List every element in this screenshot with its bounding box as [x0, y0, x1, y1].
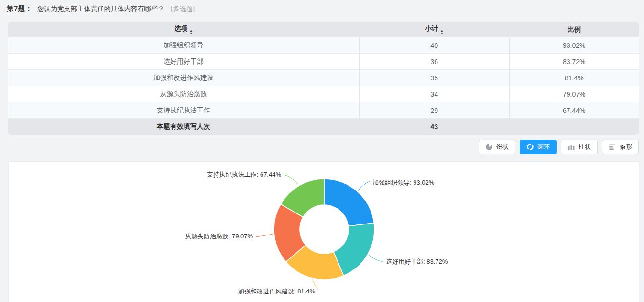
column-header-option[interactable]: 选项 [8, 22, 360, 37]
chart-panel: 加强组织领导: 93.02%选好用好干部: 83.72%加强和改进作风建设: 8… [8, 161, 639, 302]
ratio-cell: 79.07% [510, 86, 639, 102]
column-chart-icon [568, 143, 575, 151]
question-type-tag: [多选题] [171, 5, 195, 12]
donut-chart-icon [526, 143, 534, 151]
donut-chart-button[interactable]: 圆环 [520, 140, 557, 154]
pie-chart-button-label: 饼状 [496, 143, 509, 151]
label-leader-line [284, 175, 299, 185]
option-cell: 加强和改进作风建设 [8, 70, 360, 86]
column-header-ratio-label: 比例 [568, 25, 581, 33]
option-cell: 选好用好干部 [8, 54, 360, 70]
total-ratio-cell [510, 119, 639, 134]
donut-slice-label: 选好用好干部: 83.72% [386, 258, 448, 265]
ratio-cell: 67.44% [510, 102, 639, 119]
bar-chart-button-label: 条形 [620, 143, 632, 151]
label-leader-line [369, 255, 383, 262]
column-chart-button[interactable]: 柱状 [561, 140, 598, 154]
column-header-count-label: 小计 [425, 24, 438, 32]
table-row: 支持执纪执法工作 29 67.44% [8, 102, 639, 119]
ratio-cell: 93.02% [510, 37, 639, 54]
total-count-cell: 43 [360, 119, 510, 134]
option-cell: 支持执纪执法工作 [8, 102, 360, 119]
count-cell: 36 [360, 54, 510, 70]
question-text: 您认为党支部主体责任的具体内容有哪些？ [37, 5, 164, 12]
results-table: 选项 小计 比例 加强组织领导 40 93.02% 选好用好干部 36 83.7… [8, 22, 639, 135]
pie-chart-button[interactable]: 饼状 [479, 140, 515, 154]
donut-slice-label: 加强组织领导: 93.02% [372, 179, 435, 186]
question-number: 第7题： [7, 4, 32, 12]
question-header: 第7题： 您认为党支部主体责任的具体内容有哪些？ [多选题] [7, 4, 195, 13]
donut-slice-label: 加强和改进作风建设: 81.4% [238, 288, 316, 295]
table-total-row: 本题有效填写人次 43 [8, 119, 639, 134]
table-row: 从源头防治腐败 34 79.07% [8, 86, 639, 102]
bar-chart-icon [609, 143, 616, 151]
table-row: 加强组织领导 40 93.02% [8, 37, 639, 54]
count-cell: 40 [360, 37, 510, 54]
donut-slice-label: 从源头防治腐败: 79.07% [185, 233, 253, 240]
chart-type-switcher: 饼状 圆环 柱状 条形 [479, 140, 639, 154]
option-cell: 加强组织领导 [8, 37, 360, 54]
table-header-row: 选项 小计 比例 [8, 22, 639, 37]
sort-icon[interactable] [440, 29, 444, 35]
donut-slice[interactable] [324, 179, 374, 226]
ratio-cell: 81.4% [510, 70, 639, 86]
column-header-count[interactable]: 小计 [360, 22, 510, 37]
option-cell: 从源头防治腐败 [8, 86, 360, 102]
label-leader-line [358, 181, 370, 191]
bar-chart-button[interactable]: 条形 [602, 140, 639, 154]
donut-slice-label: 支持执纪执法工作: 67.44% [207, 171, 282, 178]
ratio-cell: 83.72% [510, 54, 639, 70]
count-cell: 29 [360, 102, 510, 119]
column-chart-button-label: 柱状 [579, 143, 591, 151]
donut-chart-button-label: 圆环 [537, 143, 550, 151]
table-row: 加强和改进作风建设 35 81.4% [8, 70, 639, 86]
donut-chart: 加强组织领导: 93.02%选好用好干部: 83.72%加强和改进作风建设: 8… [9, 162, 639, 302]
table-row: 选好用好干部 36 83.72% [8, 54, 639, 70]
column-header-option-label: 选项 [174, 24, 187, 32]
label-leader-line [256, 234, 273, 237]
count-cell: 34 [360, 86, 510, 102]
total-label-cell: 本题有效填写人次 [8, 119, 360, 134]
sort-icon[interactable] [189, 29, 193, 35]
count-cell: 35 [360, 70, 510, 86]
column-header-ratio: 比例 [510, 22, 639, 37]
pie-chart-icon [485, 143, 493, 151]
